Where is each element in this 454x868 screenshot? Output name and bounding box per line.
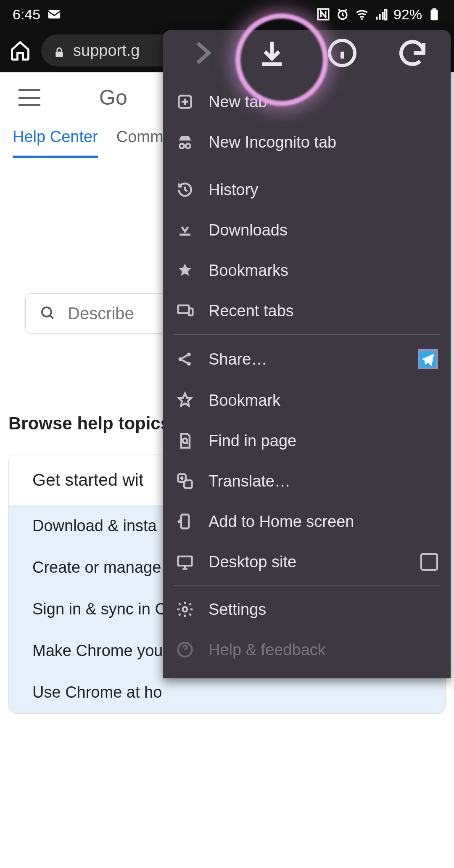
svg-rect-4: [376, 17, 377, 20]
menu-new-incognito[interactable]: New Incognito tab: [163, 122, 451, 162]
menu-label: Bookmarks: [209, 262, 288, 280]
svg-rect-25: [178, 556, 192, 566]
menu-label: Translate…: [209, 472, 290, 490]
page-info-button[interactable]: [317, 36, 367, 70]
downloads-icon: [176, 221, 194, 239]
download-page-button[interactable]: [247, 36, 297, 70]
menu-button[interactable]: [18, 89, 40, 106]
menu-help-feedback[interactable]: Help & feedback: [163, 630, 451, 670]
menu-share[interactable]: Share…: [163, 338, 451, 380]
new-tab-icon: [176, 93, 194, 111]
svg-point-11: [42, 307, 51, 317]
menu-separator: [174, 166, 440, 166]
menu-label: New Incognito tab: [209, 133, 336, 151]
desktop-icon: [176, 553, 194, 571]
mail-icon: [47, 7, 61, 21]
incognito-icon: [176, 133, 194, 151]
svg-point-3: [361, 18, 363, 20]
menu-label: Settings: [209, 601, 266, 619]
menu-downloads[interactable]: Downloads: [163, 210, 451, 250]
help-icon: [176, 640, 194, 659]
chrome-overflow-menu: New tab New Incognito tab History Downlo…: [163, 30, 451, 678]
battery-icon: [427, 7, 441, 21]
menu-label: Bookmark: [209, 392, 280, 410]
tab-help-center[interactable]: Help Center: [13, 123, 98, 158]
menu-recent-tabs[interactable]: Recent tabs: [163, 291, 451, 331]
page-logo: Go: [99, 85, 127, 110]
svg-point-14: [179, 144, 184, 148]
menu-find-in-page[interactable]: Find in page: [163, 421, 451, 461]
svg-rect-24: [181, 515, 189, 529]
menu-label: History: [209, 181, 258, 199]
menu-label: Add to Home screen: [209, 513, 354, 531]
url-text: support.g: [73, 42, 140, 60]
menu-label: Help & feedback: [209, 641, 326, 659]
search-placeholder: Describe: [68, 304, 134, 323]
svg-rect-10: [55, 52, 63, 57]
menu-label: New tab: [209, 93, 267, 111]
menu-label: Desktop site: [209, 553, 296, 571]
forward-button[interactable]: [177, 36, 227, 70]
home-button[interactable]: [9, 40, 31, 61]
status-time: 6:45: [13, 6, 40, 23]
svg-rect-0: [48, 10, 60, 19]
svg-point-15: [186, 144, 190, 148]
nfc-icon: [316, 7, 330, 21]
svg-rect-17: [189, 309, 193, 316]
wifi-icon: [355, 7, 369, 21]
svg-point-26: [183, 607, 187, 612]
find-in-page-icon: [176, 431, 194, 450]
translate-icon: [176, 472, 194, 490]
menu-separator: [174, 334, 440, 335]
menu-label: Downloads: [209, 221, 288, 239]
menu-add-to-home[interactable]: Add to Home screen: [163, 501, 451, 542]
svg-rect-6: [382, 12, 383, 19]
menu-desktop-site[interactable]: Desktop site: [163, 542, 451, 582]
menu-separator: [174, 585, 440, 586]
menu-new-tab[interactable]: New tab: [163, 82, 451, 122]
svg-rect-9: [433, 8, 436, 10]
menu-label: Recent tabs: [209, 302, 294, 320]
alarm-icon: [335, 7, 350, 21]
menu-bookmarks[interactable]: Bookmarks: [163, 250, 451, 291]
status-bar: 6:45 92%: [0, 0, 454, 29]
search-icon: [40, 305, 56, 321]
share-icon: [176, 350, 194, 368]
battery-percent: 92%: [393, 6, 422, 23]
menu-settings[interactable]: Settings: [163, 589, 451, 630]
menu-history[interactable]: History: [163, 169, 451, 210]
svg-rect-7: [385, 10, 386, 20]
svg-rect-8: [431, 10, 438, 20]
menu-bookmark[interactable]: Bookmark: [163, 380, 451, 421]
reload-button[interactable]: [387, 36, 438, 70]
telegram-icon: [418, 349, 438, 369]
recent-tabs-icon: [176, 302, 194, 320]
settings-icon: [176, 600, 194, 619]
bookmark-icon: [176, 391, 194, 410]
bookmarks-icon: [176, 261, 194, 280]
add-to-home-icon: [176, 512, 194, 531]
menu-label: Share…: [209, 350, 267, 368]
signal-icon: [374, 7, 388, 21]
menu-translate[interactable]: Translate…: [163, 461, 451, 501]
svg-rect-5: [379, 14, 380, 20]
menu-label: Find in page: [209, 432, 296, 450]
history-icon: [176, 180, 194, 199]
svg-rect-16: [178, 305, 189, 313]
lock-icon: [53, 44, 66, 57]
tab-community[interactable]: Comm: [116, 123, 164, 151]
desktop-site-checkbox[interactable]: [420, 553, 438, 571]
